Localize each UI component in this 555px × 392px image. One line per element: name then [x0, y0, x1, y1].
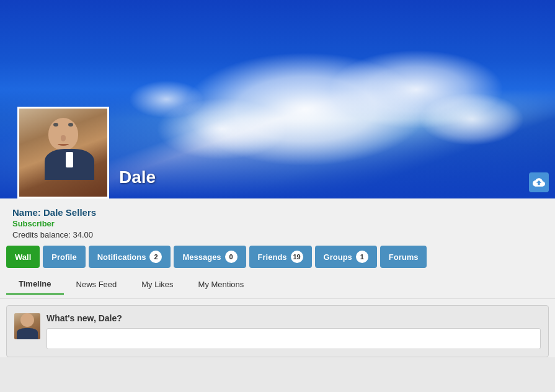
sub-nav-my-likes[interactable]: My Likes — [129, 274, 185, 295]
mini-avatar-body — [17, 328, 38, 339]
profile-avatar-cover — [17, 107, 109, 198]
profile-role: Subscriber — [12, 219, 543, 228]
nav-tab-label-messages: Messages — [182, 252, 221, 262]
nav-tab-label-groups: Groups — [324, 252, 352, 262]
profile-info: Name: Dale Sellers Subscriber Credits ba… — [0, 198, 555, 246]
nav-tab-badge-friends: 19 — [291, 251, 303, 263]
avatar-nose — [61, 135, 66, 141]
whats-new-box: What's new, Dale? — [6, 305, 549, 357]
upload-cloud-icon — [533, 176, 545, 189]
mini-avatar-head — [20, 313, 34, 327]
whats-new-avatar — [14, 313, 40, 339]
avatar-body — [45, 149, 94, 180]
whats-new-input[interactable] — [47, 328, 541, 349]
sub-nav: TimelineNews FeedMy LikesMy Mentions — [0, 274, 555, 299]
nav-tabs: WallProfileNotifications2Messages0Friend… — [0, 246, 555, 274]
profile-name: Name: Dale Sellers — [12, 207, 543, 218]
avatar-head — [48, 118, 78, 150]
nav-tab-label-friends: Friends — [258, 252, 287, 262]
cover-username: Dale — [119, 167, 156, 187]
nav-tab-badge-notifications: 2 — [149, 251, 162, 263]
sub-nav-news-feed[interactable]: News Feed — [64, 274, 130, 295]
nav-tab-messages[interactable]: Messages0 — [174, 246, 246, 268]
content-area: What's new, Dale? — [0, 299, 555, 357]
nav-tab-notifications[interactable]: Notifications2 — [89, 246, 171, 268]
upload-cover-button[interactable] — [529, 172, 549, 192]
whats-new-label: What's new, Dale? — [47, 313, 541, 323]
nav-tab-label-notifications: Notifications — [97, 252, 146, 262]
whats-new-content: What's new, Dale? — [47, 313, 541, 349]
nav-tab-wall[interactable]: Wall — [6, 246, 40, 268]
avatar-mouth — [58, 142, 69, 146]
nav-tab-label-profile: Profile — [51, 252, 76, 262]
sub-nav-timeline[interactable]: Timeline — [6, 274, 64, 295]
sub-nav-my-mentions[interactable]: My Mentions — [186, 274, 257, 295]
nav-tab-badge-groups: 1 — [356, 251, 368, 263]
nav-tab-label-forums: Forums — [389, 252, 419, 262]
nav-tab-badge-messages: 0 — [225, 251, 238, 263]
nav-tab-label-wall: Wall — [15, 252, 31, 262]
profile-credits: Credits balance: 34.00 — [12, 230, 543, 239]
nav-tab-friends[interactable]: Friends19 — [249, 246, 312, 268]
nav-tab-forums[interactable]: Forums — [380, 246, 427, 268]
cover-photo: Dale — [0, 0, 555, 198]
nav-tab-profile[interactable]: Profile — [43, 246, 85, 268]
nav-tab-groups[interactable]: Groups1 — [315, 246, 377, 268]
